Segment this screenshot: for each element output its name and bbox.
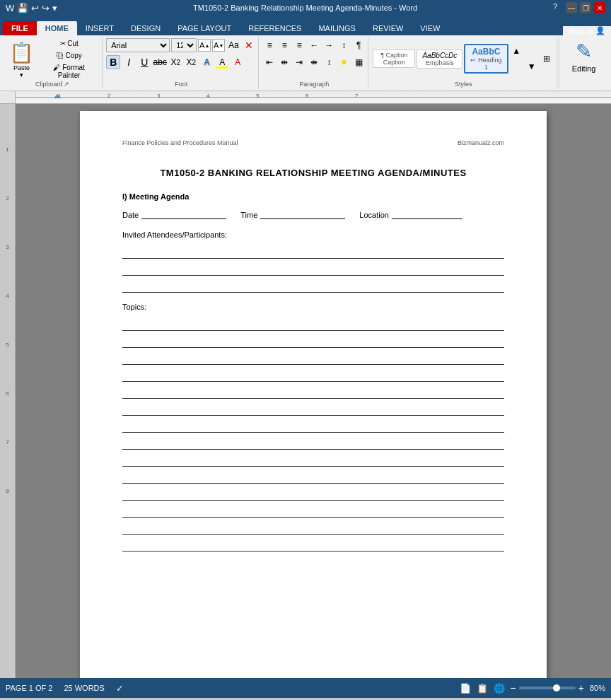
styles-scroll-down[interactable]: ▼ — [525, 59, 539, 74]
styles-scroll-up[interactable]: ▲ — [510, 44, 524, 58]
font-color-button[interactable]: A — [231, 55, 245, 69]
topic-line-3 — [122, 352, 504, 365]
proofing-button[interactable]: ✓ — [116, 683, 124, 694]
center-button[interactable]: ⇼ — [277, 55, 291, 69]
format-painter-button[interactable]: 🖌 Format Painter — [39, 62, 99, 81]
font-group-label: Font — [175, 81, 187, 88]
clear-format-button[interactable]: ✕ — [242, 38, 256, 52]
justify-button[interactable]: ⇼ — [307, 55, 321, 69]
header-right: Bizmanualz.com — [458, 139, 504, 146]
tab-page-layout[interactable]: PAGE LAYOUT — [169, 21, 240, 35]
style-heading1-text: AaBbC — [468, 47, 504, 57]
topics-label: Topics: — [122, 303, 504, 311]
topic-line-12 — [122, 505, 504, 518]
topic-line-8 — [122, 437, 504, 450]
quick-access-toolbar: W 💾 ↩ ↪ ▾ — [6, 3, 57, 13]
tab-file[interactable]: FILE — [3, 21, 37, 35]
style-emphasis[interactable]: AaBbCcDc Emphasis — [417, 49, 462, 69]
numbering-button[interactable]: ≡ — [277, 38, 291, 52]
clipboard-expand-icon[interactable]: ↗ — [64, 81, 69, 88]
copy-icon: ⿻ — [57, 52, 64, 59]
redo-button[interactable]: ↪ — [42, 3, 50, 13]
print-layout-view-button[interactable]: 📄 — [460, 683, 471, 694]
font-family-select[interactable]: Arial — [106, 38, 170, 52]
style-caption[interactable]: ¶ Caption Caption — [373, 49, 415, 68]
style-caption-text: ¶ Caption — [376, 52, 412, 59]
date-label: Date — [122, 211, 139, 219]
tab-review[interactable]: REVIEW — [364, 21, 412, 35]
subscript-button[interactable]: X2 — [168, 55, 182, 69]
cut-button[interactable]: ✂ Cut — [39, 38, 99, 49]
shading-button[interactable]: ■ — [337, 55, 351, 69]
font-size-select[interactable]: 12 — [171, 38, 197, 52]
date-time-location-row: Date Time Location — [122, 209, 504, 219]
show-marks-button[interactable]: ¶ — [351, 38, 366, 52]
section-heading: I) Meeting Agenda — [122, 192, 504, 201]
status-left: PAGE 1 OF 2 25 WORDS ✓ — [6, 683, 124, 694]
copy-button[interactable]: ⿻ Copy — [39, 50, 99, 61]
bold-button[interactable]: B — [106, 55, 120, 69]
tab-insert[interactable]: INSERT — [77, 21, 122, 35]
location-label: Location — [359, 211, 389, 219]
zoom-out-button[interactable]: − — [511, 682, 516, 694]
text-highlight-button[interactable]: A — [215, 55, 229, 69]
sort-button[interactable]: ↕ — [337, 38, 351, 52]
font-grow-button[interactable]: A▲ — [198, 39, 211, 52]
topic-line-7 — [122, 420, 504, 433]
tab-view[interactable]: VIEW — [412, 21, 448, 35]
user-icon: 👤 — [595, 26, 605, 35]
attendees-lines — [122, 246, 504, 293]
decrease-indent-button[interactable]: ← — [307, 38, 321, 52]
strikethrough-button[interactable]: abc — [153, 55, 167, 69]
topic-line-13 — [122, 522, 504, 535]
tab-mailings[interactable]: MAILINGS — [310, 21, 364, 35]
styles-box: ¶ Caption Caption AaBbCcDc Emphasis AaBb… — [373, 44, 554, 74]
time-label: Time — [240, 211, 257, 219]
clipboard-group: 📋 Paste ▾ ✂ Cut ⿻ Copy 🖌 Format Painter — [3, 37, 103, 89]
status-bar: PAGE 1 OF 2 25 WORDS ✓ 📄 📋 🌐 − + 80% — [0, 678, 611, 698]
underline-button[interactable]: U — [137, 55, 151, 69]
bullets-button[interactable]: ≡ — [262, 38, 277, 52]
web-layout-button[interactable]: 🌐 — [494, 683, 505, 694]
document-scroll-area[interactable]: Finance Policies and Procedures Manual B… — [16, 104, 611, 678]
help-button[interactable]: ? — [553, 2, 557, 13]
undo-button[interactable]: ↩ — [31, 3, 39, 13]
align-left-button[interactable]: ⇤ — [262, 55, 277, 69]
style-heading1[interactable]: AaBbC ↩ Heading 1 — [464, 44, 508, 74]
tab-design[interactable]: DESIGN — [122, 21, 169, 35]
tab-references[interactable]: REFERENCES — [240, 21, 310, 35]
sign-in-button[interactable]: Sign in 👤 — [563, 26, 611, 35]
minimize-button[interactable]: — — [566, 2, 577, 13]
save-button[interactable]: 💾 — [17, 3, 28, 13]
location-input-line — [392, 209, 462, 219]
superscript-button[interactable]: X2 — [184, 55, 198, 69]
word-icon-button[interactable]: W — [6, 3, 14, 13]
text-effects-button[interactable]: A — [199, 55, 214, 69]
italic-button[interactable]: I — [122, 55, 136, 69]
ruler-corner — [0, 91, 16, 104]
cut-icon: ✂ — [60, 40, 66, 47]
paste-label: Paste — [13, 64, 30, 71]
time-input-line — [260, 209, 345, 219]
paste-dropdown-icon: ▾ — [20, 71, 23, 78]
borders-button[interactable]: ▦ — [351, 55, 366, 69]
date-field: Date — [122, 209, 226, 219]
align-right-button[interactable]: ⇥ — [292, 55, 306, 69]
line-spacing-button[interactable]: ↕ — [322, 55, 336, 69]
clipboard-group-label: Clipboard — [35, 81, 63, 88]
multilevel-list-button[interactable]: ≡ — [292, 38, 306, 52]
zoom-in-button[interactable]: + — [578, 682, 584, 694]
customize-button[interactable]: ▾ — [52, 3, 57, 13]
styles-expand[interactable]: ⊞ — [540, 52, 554, 66]
paste-button[interactable]: 📋 Paste ▾ — [6, 39, 37, 81]
editing-icon: ✎ — [576, 40, 592, 63]
close-button[interactable]: ✕ — [594, 2, 605, 13]
font-group: Arial 12 A▲ A▼ Aa ✕ B I U abc X2 X2 A A … — [104, 37, 259, 89]
restore-button[interactable]: ❐ — [580, 2, 591, 13]
read-mode-button[interactable]: 📋 — [477, 683, 488, 694]
change-case-button[interactable]: Aa — [226, 38, 240, 52]
zoom-track[interactable] — [519, 687, 576, 689]
tab-home[interactable]: HOME — [37, 21, 77, 35]
increase-indent-button[interactable]: → — [322, 38, 336, 52]
font-shrink-button[interactable]: A▼ — [212, 39, 225, 52]
